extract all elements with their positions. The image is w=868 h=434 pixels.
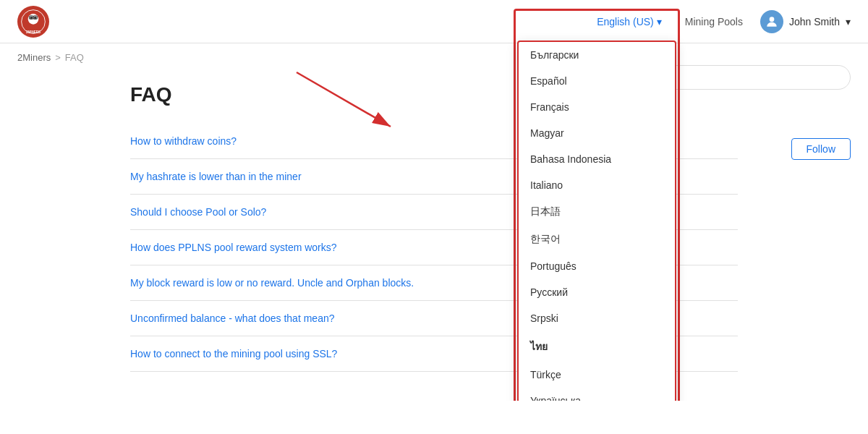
lang-option-portuguese[interactable]: Português — [519, 253, 675, 279]
avatar — [760, 10, 783, 33]
lang-option-korean[interactable]: 한국어 — [519, 226, 675, 253]
lang-label: English (US) — [597, 16, 654, 27]
language-selector[interactable]: English (US) ▾ — [591, 13, 668, 30]
logo-icon: 2MINERS — [17, 6, 49, 38]
header-right: English (US) ▾ Mining Pools John Smith ▾ — [591, 10, 851, 33]
lang-option-japanese[interactable]: 日本語 — [519, 198, 675, 226]
header-left: 2MINERS — [17, 6, 49, 38]
svg-text:2MINERS: 2MINERS — [26, 30, 41, 34]
user-chevron-icon: ▾ — [846, 16, 851, 27]
main-content: FAQ How to withdraw coins? My hashrate i… — [0, 83, 868, 401]
lang-option-hungarian[interactable]: Magyar — [519, 120, 675, 146]
breadcrumb-home[interactable]: 2Miners — [17, 52, 51, 63]
lang-option-indonesian[interactable]: Bahasa Indonesia — [519, 146, 675, 172]
header: 2MINERS English (US) ▾ Mining Pools — [0, 0, 868, 43]
lang-option-bulgarian[interactable]: Български — [519, 42, 675, 68]
svg-point-9 — [770, 17, 775, 22]
faq-link[interactable]: Unconfirmed balance - what does that mea… — [130, 312, 335, 324]
faq-link[interactable]: How does PPLNS pool reward system works? — [130, 242, 337, 253]
lang-option-thai[interactable]: ไทย — [519, 331, 675, 362]
breadcrumb-separator: > — [55, 52, 61, 63]
lang-chevron-icon: ▾ — [657, 16, 662, 27]
lang-option-spanish[interactable]: Español — [519, 68, 675, 94]
lang-option-french[interactable]: Français — [519, 94, 675, 120]
faq-link[interactable]: My block reward is low or no reward. Unc… — [130, 277, 414, 289]
user-menu[interactable]: John Smith ▾ — [760, 10, 851, 33]
user-name: John Smith — [789, 16, 840, 27]
language-dropdown: Български Español Français Magyar Bahasa… — [517, 41, 676, 401]
lang-option-turkish[interactable]: Türkçe — [519, 362, 675, 388]
faq-link[interactable]: How to connect to the mining pool using … — [130, 348, 337, 359]
mining-pools-link[interactable]: Mining Pools — [685, 16, 743, 27]
faq-link[interactable]: My hashrate is lower than in the miner — [130, 171, 302, 182]
faq-link[interactable]: How to withdraw coins? — [130, 135, 237, 147]
lang-option-ukrainian[interactable]: Українська — [519, 388, 675, 401]
faq-link[interactable]: Should I choose Pool or Solo? — [130, 206, 266, 218]
lang-option-serbian[interactable]: Srpski — [519, 305, 675, 331]
lang-option-russian[interactable]: Русский — [519, 279, 675, 305]
logo[interactable]: 2MINERS — [17, 6, 49, 38]
follow-button[interactable]: Follow — [791, 138, 851, 160]
breadcrumb-current: FAQ — [65, 52, 84, 63]
lang-option-italian[interactable]: Italiano — [519, 172, 675, 198]
